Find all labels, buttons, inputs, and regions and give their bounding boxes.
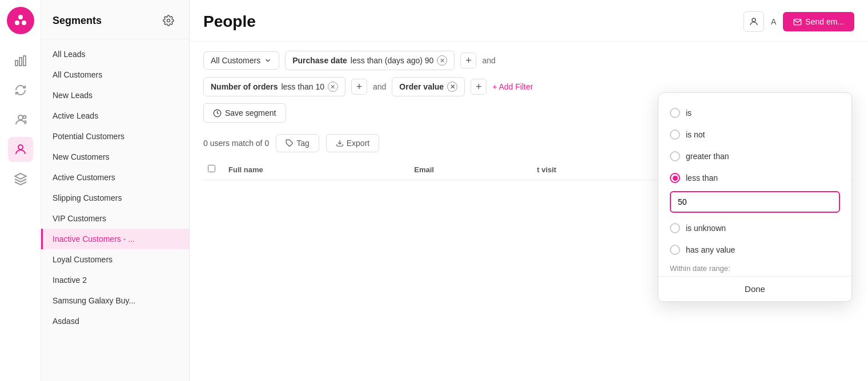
filter-row-1: All Customers Purchase date less than (d… xyxy=(203,51,854,70)
header-right: A Send em... xyxy=(744,11,854,32)
radio-less-than xyxy=(670,173,680,183)
option-is[interactable]: is xyxy=(658,102,851,124)
users-match-text: 0 users match of 0 xyxy=(203,139,269,148)
radio-has-any-value xyxy=(670,245,680,255)
option-has-any-value[interactable]: has any value xyxy=(658,239,851,261)
sidebar-item-active-customers[interactable]: Active Customers xyxy=(41,167,189,188)
sidebar-item-new-leads[interactable]: New Leads xyxy=(41,85,189,106)
filter-chip-order-value[interactable]: Order value ✕ xyxy=(392,77,465,96)
send-email-button[interactable]: Send em... xyxy=(783,12,854,31)
dropdown-options: isis notgreater thanless thanis unknownh… xyxy=(658,93,851,276)
settings-icon[interactable] xyxy=(159,11,178,30)
svg-point-6 xyxy=(18,115,23,120)
sidebar-item-potential-customers[interactable]: Potential Customers xyxy=(41,126,189,147)
main-header: People A Send em... xyxy=(190,0,868,42)
sidebar-item-active-leads[interactable]: Active Leads xyxy=(41,106,189,126)
sidebar-title: Segments xyxy=(53,15,102,27)
sidebar-item-all-customers[interactable]: All Customers xyxy=(41,64,189,85)
remove-num-orders-filter[interactable]: ✕ xyxy=(328,82,338,92)
sidebar-item-slipping-customers[interactable]: Slipping Customers xyxy=(41,188,189,208)
user-icon-button[interactable] xyxy=(744,11,764,32)
logo-button[interactable] xyxy=(7,7,34,34)
order-value-dropdown: isis notgreater thanless thanis unknownh… xyxy=(658,92,852,302)
icon-rail xyxy=(0,0,41,381)
add-filter-plus-3[interactable]: + xyxy=(471,79,487,95)
sidebar-item-inactive-customers[interactable]: Inactive Customers - ... xyxy=(41,229,189,249)
sidebar-item-new-customers[interactable]: New Customers xyxy=(41,147,189,167)
filter-chip-purchase-date[interactable]: Purchase date less than (days ago) 90 ✕ xyxy=(285,51,455,70)
rail-icon-chart[interactable] xyxy=(8,48,33,73)
sidebar-header: Segments xyxy=(41,0,189,39)
date-range-divider: Within date range: xyxy=(658,261,851,276)
rail-icon-person[interactable] xyxy=(8,137,33,162)
and-label-2: and xyxy=(373,82,386,91)
tag-button[interactable]: Tag xyxy=(276,134,319,152)
option-greater-than[interactable]: greater than xyxy=(658,145,851,167)
option-is-not[interactable]: is not xyxy=(658,124,851,145)
page-title: People xyxy=(203,13,256,31)
svg-point-7 xyxy=(23,116,26,119)
svg-point-9 xyxy=(167,19,170,22)
save-segment-button[interactable]: Save segment xyxy=(203,103,286,123)
radio-greater-than xyxy=(670,151,680,161)
rail-icon-refresh[interactable] xyxy=(8,78,33,103)
add-filter-plus-2[interactable]: + xyxy=(351,79,367,95)
remove-purchase-date-filter[interactable]: ✕ xyxy=(437,55,447,66)
select-all-checkbox[interactable] xyxy=(208,165,215,172)
svg-rect-4 xyxy=(19,58,22,66)
svg-point-8 xyxy=(18,145,23,149)
option-less-than[interactable]: less than xyxy=(658,167,851,189)
order-value-input[interactable] xyxy=(670,191,840,213)
sidebar-list: All LeadsAll CustomersNew LeadsActive Le… xyxy=(41,39,189,381)
col-fullname: Full name xyxy=(224,159,409,180)
radio-is-not xyxy=(670,129,680,140)
filter-chip-num-orders[interactable]: Number of orders less than 10 ✕ xyxy=(203,77,345,96)
segment-dropdown[interactable]: All Customers xyxy=(203,51,279,70)
add-filter-button[interactable]: + Add Filter xyxy=(492,82,533,91)
sidebar-item-loyal-customers[interactable]: Loyal Customers xyxy=(41,249,189,270)
add-filter-plus-1[interactable]: + xyxy=(460,52,476,68)
rail-icon-box[interactable] xyxy=(8,167,33,192)
option-is-unknown[interactable]: is unknown xyxy=(658,217,851,239)
svg-point-0 xyxy=(15,21,19,25)
col-last-visit: t visit xyxy=(532,159,653,180)
svg-point-2 xyxy=(18,15,23,19)
sidebar-item-all-leads[interactable]: All Leads xyxy=(41,44,189,64)
svg-rect-3 xyxy=(15,60,18,66)
svg-rect-5 xyxy=(23,56,26,66)
svg-point-10 xyxy=(752,18,756,22)
sidebar-item-samsung-galaxy[interactable]: Samsung Galaxy Buy... xyxy=(41,290,189,311)
remove-order-value-filter[interactable]: ✕ xyxy=(447,82,457,92)
done-button[interactable]: Done xyxy=(658,276,851,301)
rail-icon-users[interactable] xyxy=(8,107,33,132)
user-initial: A xyxy=(771,17,776,26)
svg-point-1 xyxy=(22,21,26,25)
sidebar: Segments All LeadsAll CustomersNew Leads… xyxy=(41,0,190,381)
table-select-all[interactable] xyxy=(203,159,224,180)
radio-is xyxy=(670,108,680,118)
main-content: People A Send em... All Customers xyxy=(190,0,868,381)
radio-is-unknown xyxy=(670,223,680,233)
and-label-1: and xyxy=(482,56,495,65)
sidebar-item-inactive-2[interactable]: Inactive 2 xyxy=(41,270,189,290)
sidebar-item-vip-customers[interactable]: VIP Customers xyxy=(41,208,189,229)
sidebar-item-asdasd[interactable]: Asdasd xyxy=(41,311,189,331)
export-button[interactable]: Export xyxy=(326,134,379,152)
col-email: Email xyxy=(409,159,532,180)
